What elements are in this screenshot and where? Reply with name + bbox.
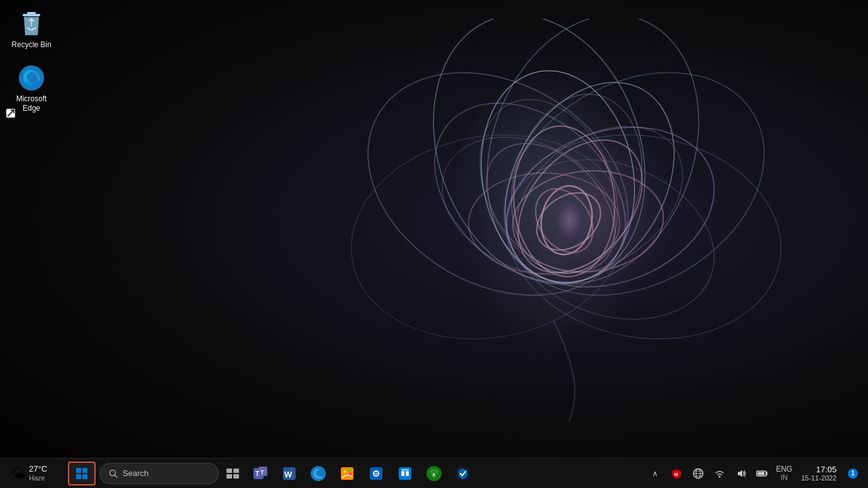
search-icon: [109, 469, 118, 478]
recycle-bin-icon[interactable]: Recycle Bin: [6, 6, 57, 54]
weather-info: 27°C Haze: [29, 464, 47, 482]
teams-app-button[interactable]: T T: [247, 462, 274, 485]
chevron-up-icon: ∧: [652, 469, 658, 478]
weather-widget[interactable]: 🌤 27°C Haze: [5, 462, 62, 485]
svg-rect-39: [226, 474, 232, 479]
edge-image: [18, 64, 45, 92]
paint-icon: [339, 465, 355, 482]
search-bar[interactable]: Search: [99, 463, 219, 484]
task-view-button[interactable]: [220, 462, 245, 485]
paint-app-button[interactable]: [333, 462, 361, 485]
globe-icon: [693, 468, 704, 479]
win-logo-tl: [76, 468, 81, 473]
svg-text:M: M: [674, 472, 678, 477]
task-view-icon: [226, 469, 239, 479]
svg-rect-38: [233, 469, 239, 473]
system-tray: ∧ M: [645, 462, 863, 485]
tray-overflow-button[interactable]: ∧: [645, 462, 665, 485]
weather-temp: 27°C: [29, 464, 47, 474]
svg-rect-56: [401, 471, 404, 476]
start-button[interactable]: [68, 462, 96, 485]
svg-rect-40: [233, 474, 239, 479]
settings-app-button[interactable]: [362, 462, 390, 485]
edge-label: Microsoft Edge: [10, 94, 53, 114]
svg-rect-37: [226, 469, 232, 473]
search-label: Search: [123, 469, 148, 478]
win-logo-br: [82, 474, 87, 479]
battery-tray-icon[interactable]: [752, 462, 772, 485]
store-app-button[interactable]: [391, 462, 419, 485]
edge-app-button[interactable]: [304, 462, 332, 485]
svg-point-54: [376, 472, 377, 474]
svg-point-50: [347, 469, 350, 472]
antivirus-tray-icon[interactable]: M: [667, 462, 687, 485]
desktop-wallpaper: [0, 0, 868, 488]
svg-rect-57: [406, 471, 409, 476]
security-app-button[interactable]: [449, 462, 477, 485]
security-icon: [455, 465, 471, 482]
windows-logo: [76, 468, 87, 479]
recycle-bin-image: [18, 10, 45, 38]
globe-tray-icon[interactable]: [688, 462, 708, 485]
battery-icon: [756, 468, 769, 479]
clock-widget[interactable]: 17:05 15-11-2022: [796, 462, 842, 485]
svg-rect-28: [27, 12, 36, 14]
language-region: IN: [781, 474, 787, 481]
win-logo-tr: [82, 468, 87, 473]
taskbar: 🌤 27°C Haze Search: [0, 458, 868, 488]
word-app-button[interactable]: W: [275, 462, 303, 485]
svg-point-49: [343, 470, 346, 473]
svg-rect-58: [401, 469, 409, 470]
settings-icon: [368, 465, 384, 482]
notification-badge: 1: [848, 469, 858, 479]
svg-text:X: X: [432, 472, 436, 477]
language-code: ENG: [776, 465, 793, 474]
desktop-icons: Recycle Bin: [6, 6, 57, 118]
clock-time: 17:05: [816, 465, 837, 474]
weather-icon: 🌤: [11, 465, 25, 482]
speaker-icon: [735, 468, 747, 479]
recycle-bin-label: Recycle Bin: [11, 40, 51, 50]
svg-line-36: [115, 475, 118, 477]
weather-condition: Haze: [29, 474, 47, 482]
store-icon: [397, 465, 413, 482]
svg-rect-70: [757, 472, 764, 475]
xbox-app-button[interactable]: X: [420, 462, 448, 485]
shield-icon: M: [671, 468, 682, 479]
svg-text:W: W: [284, 470, 292, 479]
word-icon: W: [281, 465, 298, 482]
xbox-icon: X: [426, 465, 442, 482]
teams-icon: T T: [252, 465, 269, 482]
microsoft-edge-icon[interactable]: Microsoft Edge: [6, 60, 57, 118]
wifi-tray-icon[interactable]: [709, 462, 730, 485]
desktop: Recycle Bin: [0, 0, 868, 488]
edge-taskbar-icon: [310, 465, 326, 482]
language-indicator[interactable]: ENG IN: [774, 462, 795, 485]
svg-text:T: T: [260, 469, 264, 475]
svg-text:T: T: [255, 470, 259, 477]
clock-date: 15-11-2022: [801, 474, 837, 482]
wifi-icon: [714, 468, 725, 479]
win-logo-bl: [76, 474, 81, 479]
notification-button[interactable]: 1: [843, 462, 863, 485]
volume-tray-icon[interactable]: [731, 462, 751, 485]
